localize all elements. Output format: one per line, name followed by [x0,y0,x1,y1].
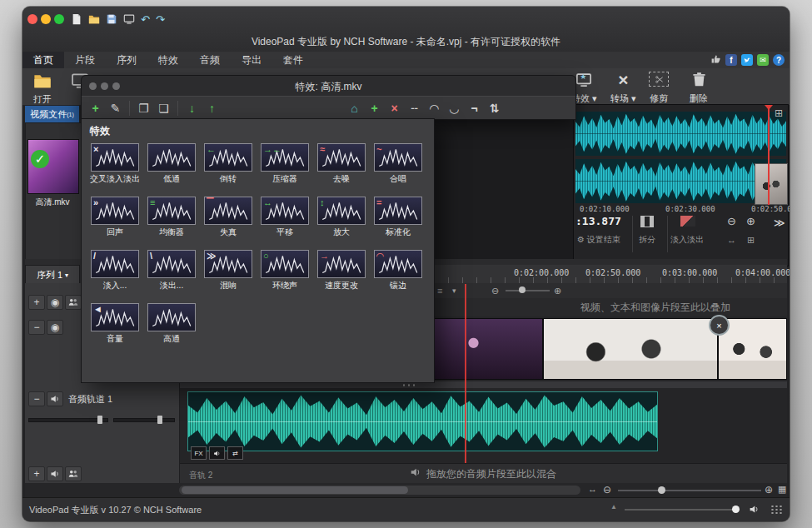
sequence-tab[interactable]: 序列 1▾ [25,265,80,284]
master-volume-slider[interactable] [625,509,740,511]
add-effect-button[interactable]: + [87,100,104,117]
undo-icon[interactable]: ↶ [141,14,150,25]
tab-audio[interactable]: 音频 [189,52,231,68]
facebook-icon[interactable]: f [725,54,737,66]
preview-playhead[interactable] [768,108,770,205]
copy-effect-chain-button[interactable]: ❐ [135,100,152,117]
delete-button[interactable]: 删除 [686,70,711,107]
mute-audio-track-button[interactable] [47,391,63,406]
zoom-window-button[interactable] [54,14,64,24]
timeline-zoom-out-icon[interactable]: ⊖ [491,285,499,296]
zoom-out-icon[interactable]: ⊖ [727,215,736,227]
audio-track-2[interactable]: 音轨 2 拖放您的音频片段至此以混合 [179,463,787,484]
effect-item[interactable]: /淡入... [87,247,143,301]
master-volume-knob[interactable] [732,506,740,513]
effect-item[interactable]: ~合唱 [370,141,426,194]
twitter-icon[interactable] [741,54,753,66]
audio-track-1[interactable]: FX ⇄ [179,388,787,463]
preview-icon[interactable] [123,13,135,25]
pan-slider[interactable] [113,418,175,422]
timeline-playhead[interactable] [465,284,466,463]
new-project-icon[interactable] [71,13,82,25]
horizontal-scrollbar[interactable] [179,486,580,495]
help-icon[interactable]: ? [773,54,785,66]
edit-effect-button[interactable]: ✎ [107,100,124,117]
sort-button[interactable]: ⇅ [486,100,503,117]
trim-button[interactable]: 修剪 [645,70,672,107]
video-clip[interactable] [416,318,543,380]
splitter-grip[interactable] [401,384,416,386]
open-project-icon[interactable] [88,13,100,25]
media-tab-video-files[interactable]: 视频文件(1) [25,106,79,122]
video-clip[interactable] [543,318,718,380]
transition-badge-icon[interactable]: × [709,315,730,336]
email-icon[interactable]: ✉ [757,54,769,66]
fit-timeline-icon[interactable]: ↔ [588,484,597,494]
bottom-zoom-slider[interactable] [618,490,761,491]
close-window-button[interactable] [27,14,37,24]
effect-item[interactable]: ○环绕声 [257,247,313,301]
fit-width-icon[interactable]: ↔ [727,235,736,245]
grid-view-icon[interactable]: ▦ [778,484,786,495]
tab-sequence[interactable]: 序列 [106,52,147,68]
minimize-window-button[interactable] [41,14,51,24]
tab-export[interactable]: 导出 [231,52,272,68]
set-end-button[interactable]: ⚙ 设置结束 [577,234,620,246]
effect-item[interactable]: ≫混响 [200,247,257,301]
record-video-button[interactable]: ◉ [47,320,63,335]
mute-audio-track-2-button[interactable] [47,466,63,481]
fade-button[interactable]: 淡入淡出 [670,234,704,246]
group-tracks-button[interactable] [65,295,82,310]
effect-item[interactable]: \淡出... [143,247,200,301]
line-segment-button[interactable]: ╌ [406,100,423,117]
effect-item[interactable]: 低通 [143,141,200,194]
track-menu-icon[interactable]: ≡ [437,285,442,296]
move-effect-up-button[interactable]: ↑ [203,100,221,117]
clip-speaker-icon[interactable] [209,446,225,460]
add-overlay-track-button[interactable]: + [28,295,45,310]
chevron-down-icon[interactable]: ▾ [452,285,456,296]
scrollbar-thumb[interactable] [182,486,408,494]
bottom-zoom-knob[interactable] [658,486,665,494]
effect-item[interactable]: →速度更改 [313,247,370,301]
open-file-button[interactable]: 打开 [29,70,56,107]
effect-item[interactable]: ←倒转 [200,141,257,194]
effect-item[interactable]: ↔平移 [257,194,313,247]
paste-effect-chain-button[interactable]: ❏ [155,100,172,117]
timeline-zoom-slider[interactable] [506,290,550,291]
effect-item[interactable]: »回声 [87,194,143,247]
remove-track-button[interactable]: − [28,320,45,335]
resize-grip-icon[interactable] [770,505,784,515]
add-audio-track-button[interactable]: + [28,466,45,481]
collapse-audio-track-button[interactable]: − [28,391,45,406]
effect-item[interactable]: ↕放大 [313,194,370,247]
timeline-zoom-in-icon[interactable]: ⊕ [554,285,561,296]
tab-effects[interactable]: 特效 [147,52,189,68]
step-segment-button[interactable]: ¬ [466,100,483,117]
panel-toggle-icon[interactable]: ⊞ [775,107,783,119]
reset-view-button[interactable]: ⌂ [346,100,363,117]
effect-item[interactable]: 高通 [143,301,200,354]
audio-clip[interactable] [187,391,658,451]
effect-item[interactable]: ≡均衡器 [143,194,200,247]
group-audio-button[interactable] [65,466,82,481]
more-controls-button[interactable]: ≫ [774,217,785,229]
add-keyframe-button[interactable]: + [366,100,383,117]
timeline-zoom-knob[interactable] [519,286,526,293]
curve-up-button[interactable]: ◠ [426,100,443,117]
transitions-button[interactable]: × 转场 ▾ [607,70,640,107]
tab-home[interactable]: 首页 [22,52,64,68]
frame-view-icon[interactable]: ⊞ [747,235,755,246]
bottom-zoom-in-icon[interactable]: ⊕ [765,484,773,496]
effect-item[interactable]: ×交叉淡入淡出 [87,141,143,194]
clip-link-icon[interactable]: ⇄ [227,446,243,460]
delete-keyframe-button[interactable]: × [386,100,403,117]
move-effect-down-button[interactable]: ↓ [183,100,201,117]
redo-icon[interactable]: ↷ [156,14,165,25]
fx-badge[interactable]: FX [191,446,207,460]
tab-clip[interactable]: 片段 [64,52,106,68]
effect-item[interactable]: ◄音量 [87,301,143,354]
like-icon[interactable] [710,52,721,67]
effect-item[interactable]: =标准化 [370,194,426,247]
effect-item[interactable]: ≈去噪 [313,141,370,194]
